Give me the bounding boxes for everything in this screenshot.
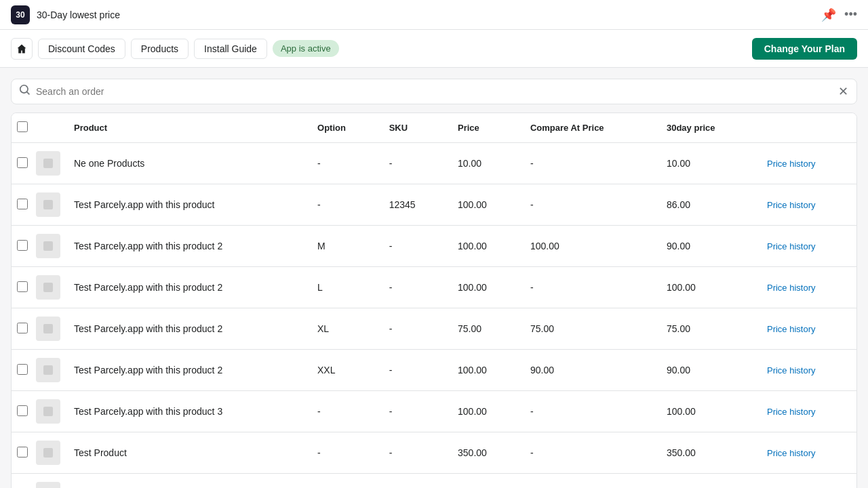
products-table-container: Product Option SKU Price Compare At Pric… [11,113,857,488]
svg-rect-2 [43,241,53,251]
svg-rect-7 [43,448,53,458]
row-product-name: Test Parcely.app with this product 2 [63,226,307,267]
price-history-link-1[interactable]: Price history [767,200,816,210]
row-compare-at: - [519,143,656,184]
table-row: Test Parcely.app with this product 2 L -… [12,267,856,308]
table-row: Test Parcely.app with this product 3 - -… [12,391,856,432]
row-sku: - [378,350,447,391]
row-compare-at: - [519,267,656,308]
svg-rect-6 [43,407,53,416]
product-thumbnail [36,192,60,217]
row-30day-price: 100.00 [656,267,756,308]
row-checkbox-7[interactable] [17,447,28,458]
row-price: 10.00 [447,474,519,489]
row-checkbox-1[interactable] [17,199,28,209]
top-bar: 30 30-Day lowest price 📌 ••• [0,0,868,30]
row-checkbox-cell[interactable] [12,308,33,350]
product-thumbnail [36,441,60,465]
product-thumbnail [36,151,60,176]
row-thumb-cell [33,143,63,184]
row-compare-at: - [519,391,656,432]
price-history-link-5[interactable]: Price history [767,365,816,375]
row-price-history-cell: Price history [756,226,856,267]
header-sku: SKU [378,113,447,143]
top-bar-left: 30 30-Day lowest price [11,5,120,24]
header-price: Price [447,113,519,143]
more-icon[interactable]: ••• [844,7,857,22]
table-row: Test Parcely.app with this product 2 M -… [12,226,856,267]
pin-icon[interactable]: 📌 [821,7,836,22]
row-price: 100.00 [447,391,519,432]
nav-bar: Discount Codes Products Install Guide Ap… [0,30,868,68]
row-price-history-cell: Price history [756,391,856,432]
row-option: - [307,143,378,184]
install-guide-button[interactable]: Install Guide [194,39,267,59]
price-history-link-7[interactable]: Price history [767,448,816,458]
svg-rect-1 [43,200,53,209]
search-clear-icon[interactable]: ✕ [838,84,848,99]
row-compare-at: - [519,184,656,226]
header-option: Option [307,113,378,143]
row-checkbox-cell[interactable] [12,391,33,432]
svg-rect-0 [43,159,53,168]
row-price: 75.00 [447,308,519,350]
header-30day: 30day price [656,113,756,143]
price-history-link-4[interactable]: Price history [767,324,816,334]
products-button[interactable]: Products [131,39,189,59]
price-history-link-6[interactable]: Price history [767,407,816,417]
row-checkbox-2[interactable] [17,240,28,251]
table-body: Ne one Products - - 10.00 - 10.00 Price … [12,143,856,489]
search-icon [20,85,31,98]
header-thumb [33,113,63,143]
row-checkbox-5[interactable] [17,364,28,375]
row-sku: - [378,308,447,350]
table-header-row: Product Option SKU Price Compare At Pric… [12,113,856,143]
row-30day-price: 10.00 [656,474,756,489]
change-plan-button[interactable]: Change Your Plan [752,38,857,60]
row-30day-price: 350.00 [656,432,756,474]
home-button[interactable] [11,38,33,60]
price-history-link-0[interactable]: Price history [767,159,816,169]
row-checkbox-3[interactable] [17,281,28,292]
row-price-history-cell: Price history [756,350,856,391]
row-checkbox-cell[interactable] [12,350,33,391]
row-price-history-cell: Price history [756,184,856,226]
main-content: ✕ Product Option SKU Price Compare At Pr… [0,68,868,488]
row-checkbox-4[interactable] [17,323,28,333]
row-product-name: Ne one Products [63,143,307,184]
row-checkbox-cell[interactable] [12,267,33,308]
row-30day-price: 10.00 [656,143,756,184]
row-compare-at: - [519,474,656,489]
row-price: 100.00 [447,226,519,267]
row-checkbox-6[interactable] [17,405,28,416]
discount-codes-button[interactable]: Discount Codes [38,39,125,59]
select-all-checkbox[interactable] [17,121,28,132]
row-checkbox-cell[interactable] [12,474,33,489]
row-checkbox-cell[interactable] [12,432,33,474]
row-thumb-cell [33,184,63,226]
header-select-all[interactable] [12,113,33,143]
row-checkbox-cell[interactable] [12,226,33,267]
header-actions [756,113,856,143]
row-checkbox-0[interactable] [17,157,28,168]
price-history-link-2[interactable]: Price history [767,241,816,251]
row-product-name: Test Product [63,432,307,474]
product-thumb-icon [41,239,55,253]
row-option: L [307,267,378,308]
row-sku: - [378,143,447,184]
app-status-badge: App is active [273,40,339,57]
row-thumb-cell [33,308,63,350]
row-price: 10.00 [447,143,519,184]
row-sku: - [378,432,447,474]
row-checkbox-cell[interactable] [12,143,33,184]
row-thumb-cell [33,226,63,267]
row-checkbox-cell[interactable] [12,184,33,226]
row-30day-price: 100.00 [656,391,756,432]
price-history-link-3[interactable]: Price history [767,283,816,293]
table-row: Ne one Products - - 10.00 - 10.00 Price … [12,143,856,184]
search-input[interactable] [36,79,838,104]
row-thumb-cell [33,432,63,474]
nav-left: Discount Codes Products Install Guide Ap… [11,38,339,60]
row-price-history-cell: Price history [756,432,856,474]
table-row: Test robot product 3000 - - 10.00 - 10.0… [12,474,856,489]
